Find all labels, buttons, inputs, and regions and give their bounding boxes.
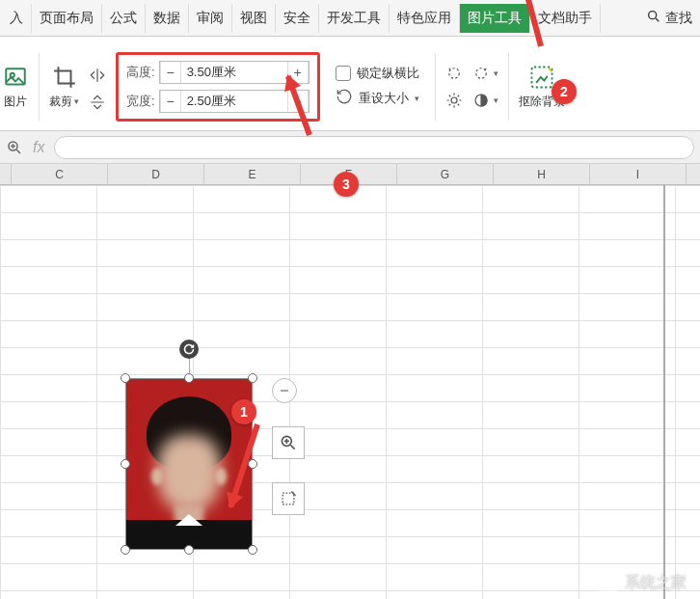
tab-picture-tools[interactable]: 图片工具 xyxy=(460,4,530,33)
svg-point-0 xyxy=(649,12,657,19)
tab-security[interactable]: 安全 xyxy=(276,4,319,33)
height-decrease-button[interactable]: − xyxy=(160,62,181,83)
grid-edge xyxy=(663,185,665,599)
annotation-badge-3: 3 xyxy=(334,172,359,197)
svg-line-15 xyxy=(291,446,295,449)
width-label: 宽度: xyxy=(126,93,155,110)
tab-insert-truncated[interactable]: 入 xyxy=(2,4,32,33)
dropdown-icon: ▾ xyxy=(494,68,498,78)
spreadsheet-grid[interactable] xyxy=(0,185,700,599)
brightness-button[interactable] xyxy=(445,90,463,111)
photo-face-blurred xyxy=(157,435,221,512)
flip-horizontal-icon xyxy=(89,67,106,84)
contrast-button[interactable]: ▾ xyxy=(472,90,498,111)
svg-point-6 xyxy=(451,97,457,103)
watermark-text: 系统之家 xyxy=(625,573,687,593)
checkbox-icon xyxy=(336,66,351,81)
search-icon xyxy=(646,9,661,27)
ribbon-toolbar: 图片 裁剪▾ 高度: − + 宽度: − + xyxy=(0,37,700,131)
tab-developer[interactable]: 开发工具 xyxy=(319,4,390,33)
search-label: 查找 xyxy=(665,10,692,27)
tab-data[interactable]: 数据 xyxy=(146,4,189,33)
tab-special-apps[interactable]: 特色应用 xyxy=(390,4,460,33)
tab-bar: 入 页面布局 公式 数据 审阅 视图 安全 开发工具 特色应用 图片工具 文档助… xyxy=(0,0,700,37)
column-header[interactable]: G xyxy=(397,164,494,184)
rotate-right-icon xyxy=(472,65,490,82)
reset-size-label: 重设大小 xyxy=(359,90,409,107)
resize-handle[interactable] xyxy=(248,545,257,555)
annotation-badge-2: 2 xyxy=(552,79,577,104)
tab-doc-helper[interactable]: 文档助手 xyxy=(530,4,601,33)
dropdown-icon: ▾ xyxy=(494,95,498,105)
fx-label: fx xyxy=(33,139,44,156)
reset-icon xyxy=(336,88,353,108)
lock-ratio-label: 锁定纵横比 xyxy=(357,65,419,82)
watermark: 系统之家 xyxy=(598,572,687,593)
contrast-icon xyxy=(472,92,490,109)
dropdown-icon: ▾ xyxy=(74,96,79,106)
svg-line-1 xyxy=(656,18,659,21)
width-input[interactable] xyxy=(181,91,287,112)
zoom-icon[interactable] xyxy=(6,139,23,156)
resize-handle[interactable] xyxy=(248,373,257,383)
formula-input[interactable] xyxy=(54,136,694,159)
column-header[interactable]: C xyxy=(12,164,108,184)
annotation-badge-1: 1 xyxy=(231,399,256,424)
flip-horizontal-button[interactable] xyxy=(89,65,106,86)
grid-lines xyxy=(0,185,700,599)
column-header[interactable]: H xyxy=(494,164,590,184)
separator xyxy=(39,53,40,121)
column-header[interactable]: I xyxy=(590,164,687,184)
formula-bar: fx xyxy=(0,131,700,164)
crop-icon xyxy=(51,64,78,91)
width-spinner: − + xyxy=(159,90,310,113)
svg-line-10 xyxy=(16,150,20,153)
svg-rect-18 xyxy=(283,493,294,504)
picture-label: 图片 xyxy=(4,94,27,110)
resize-handle[interactable] xyxy=(121,545,130,555)
lock-aspect-ratio-checkbox[interactable]: 锁定纵横比 xyxy=(336,65,419,82)
column-header[interactable]: D xyxy=(108,164,204,184)
height-input[interactable] xyxy=(181,62,287,83)
picture-button[interactable]: 图片 xyxy=(2,64,29,110)
zoom-out-button[interactable] xyxy=(272,378,297,403)
resize-handle[interactable] xyxy=(184,373,194,383)
column-header[interactable]: E xyxy=(204,164,301,184)
rotate-left-icon xyxy=(445,65,463,82)
column-header-blank[interactable] xyxy=(0,164,12,184)
resize-handle[interactable] xyxy=(121,373,130,383)
resize-handle[interactable] xyxy=(184,545,194,555)
tab-review[interactable]: 审阅 xyxy=(189,4,232,33)
dropdown-icon: ▾ xyxy=(415,94,419,103)
rotate-right-button[interactable]: ▾ xyxy=(472,63,498,84)
flip-vertical-icon xyxy=(89,94,106,111)
crop-label: 裁剪 xyxy=(49,94,72,110)
separator xyxy=(435,53,436,121)
picture-icon xyxy=(2,64,29,91)
crop-tool-button[interactable] xyxy=(272,482,305,515)
separator xyxy=(508,53,509,121)
resize-handle[interactable] xyxy=(248,459,257,469)
resize-handle[interactable] xyxy=(121,459,130,469)
width-decrease-button[interactable]: − xyxy=(160,91,181,112)
crop-button[interactable]: 裁剪▾ xyxy=(49,64,79,110)
flip-vertical-button[interactable] xyxy=(89,92,106,113)
rotation-handle[interactable] xyxy=(179,340,199,359)
rotate-left-button[interactable] xyxy=(445,63,463,84)
tab-formula[interactable]: 公式 xyxy=(102,4,146,33)
height-label: 高度: xyxy=(126,64,155,81)
reset-size-button[interactable]: 重设大小 ▾ xyxy=(336,88,419,108)
search-button[interactable]: 查找 xyxy=(638,3,700,33)
brightness-icon xyxy=(445,92,463,109)
tab-page-layout[interactable]: 页面布局 xyxy=(32,4,102,33)
remove-bg-icon xyxy=(528,64,555,91)
tab-view[interactable]: 视图 xyxy=(232,4,276,33)
zoom-in-button[interactable] xyxy=(272,426,305,459)
